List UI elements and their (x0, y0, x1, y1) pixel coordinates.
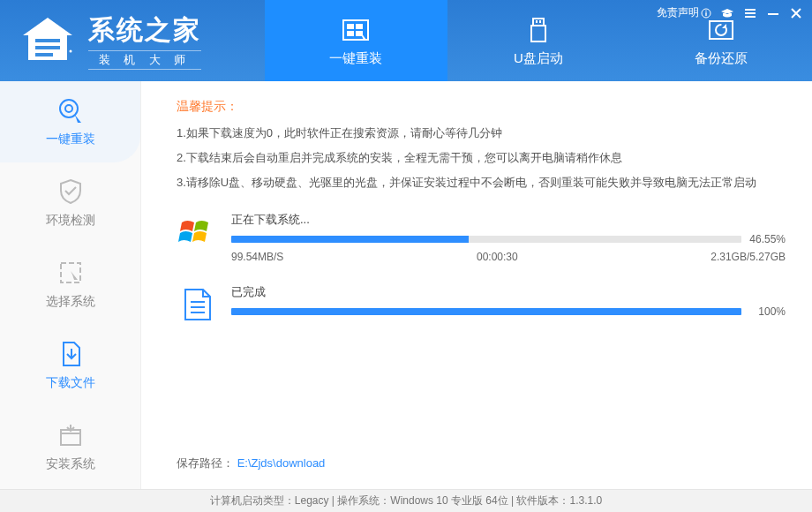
shield-check-icon (56, 177, 85, 206)
app-title: 系统之家 (88, 12, 201, 49)
svg-rect-20 (745, 12, 756, 14)
windows-cursor-icon (340, 15, 372, 47)
windows-logo-icon (177, 212, 217, 252)
header: 系统之家 装 机 大 师 一键重装 U盘启动 备份还原 免责声明 (0, 0, 812, 81)
completed-label: 已完成 (231, 284, 786, 300)
sidebar: 一键重装 环境检测 选择系统 下载文件 安装系统 (0, 81, 141, 489)
download-file-icon (56, 340, 85, 368)
hint-line: 3.请移除U盘、移动硬盘、光驱里的光盘，并保证安装过程中不会断电，否则重装可能失… (177, 175, 786, 191)
sidebar-item-download[interactable]: 下载文件 (0, 325, 140, 406)
hint-title: 温馨提示： (177, 99, 786, 115)
window-controls: 免责声明 (657, 5, 803, 20)
sidebar-item-select-system[interactable]: 选择系统 (0, 244, 140, 325)
graduation-icon[interactable] (720, 6, 734, 20)
download-speed: 99.54MB/S (231, 251, 283, 263)
document-icon (177, 284, 217, 325)
svg-rect-19 (745, 9, 756, 11)
main-content: 温馨提示： 1.如果下载速度为0，此时软件正在搜索资源，请耐心等待几分钟 2.下… (141, 81, 812, 489)
download-size: 2.31GB/5.27GB (710, 251, 786, 263)
logo-area: 系统之家 装 机 大 师 (0, 0, 265, 81)
save-path-value[interactable]: E:\Zjds\download (237, 456, 326, 470)
svg-point-4 (70, 50, 72, 53)
svg-rect-10 (533, 19, 544, 26)
body: 一键重装 环境检测 选择系统 下载文件 安装系统 温馨提示： 1.如果下载速度为… (0, 81, 812, 489)
svg-rect-22 (768, 13, 778, 15)
svg-rect-21 (745, 16, 756, 18)
close-button[interactable] (789, 6, 803, 20)
hint-line: 2.下载结束后会自动重启并完成系统的安装，全程无需干预，您可以离开电脑请稍作休息 (177, 150, 786, 166)
save-path-label: 保存路径： (177, 456, 234, 470)
svg-rect-13 (539, 20, 541, 23)
selection-icon (56, 259, 85, 287)
minimize-button[interactable] (766, 6, 780, 20)
svg-rect-11 (531, 26, 545, 41)
download-progress-bar (231, 236, 741, 243)
svg-rect-0 (35, 39, 60, 42)
install-box-icon (56, 421, 85, 449)
sidebar-item-install[interactable]: 安装系统 (0, 406, 140, 487)
sidebar-item-env-check[interactable]: 环境检测 (0, 162, 140, 244)
svg-rect-2 (35, 53, 53, 56)
svg-rect-17 (705, 12, 706, 16)
svg-point-3 (64, 53, 67, 56)
disclaimer-link[interactable]: 免责声明 (657, 5, 711, 20)
save-path-row: 保存路径： E:\Zjds\download (177, 456, 325, 471)
app-subtitle: 装 机 大 师 (88, 50, 201, 70)
svg-rect-6 (347, 24, 354, 29)
svg-rect-26 (61, 430, 80, 445)
footer-status: 计算机启动类型：Legacy | 操作系统：Windows 10 专业版 64位… (0, 489, 812, 512)
completed-progress: 已完成 100% (177, 284, 786, 325)
usb-icon (523, 15, 554, 47)
svg-rect-7 (356, 24, 363, 29)
download-progress: 正在下载系统... 46.55% 99.54MB/S 00:00:30 2.31… (177, 212, 786, 263)
tab-usb-boot[interactable]: U盘启动 (447, 0, 630, 81)
download-label: 正在下载系统... (231, 212, 786, 228)
app-logo-icon (18, 16, 78, 65)
tab-reinstall[interactable]: 一键重装 (265, 0, 447, 81)
download-percent: 46.55% (748, 233, 786, 245)
hint-line: 1.如果下载速度为0，此时软件正在搜索资源，请耐心等待几分钟 (177, 125, 786, 141)
completed-progress-bar (231, 308, 741, 315)
sidebar-item-reinstall[interactable]: 一键重装 (0, 81, 140, 162)
svg-point-23 (60, 100, 78, 117)
download-elapsed: 00:00:30 (477, 251, 518, 263)
svg-point-24 (65, 105, 72, 112)
info-icon (701, 8, 711, 19)
svg-rect-1 (35, 46, 60, 49)
target-cursor-icon (56, 96, 85, 124)
svg-rect-5 (343, 20, 368, 40)
svg-rect-8 (347, 31, 354, 36)
svg-rect-12 (536, 20, 538, 23)
menu-icon[interactable] (743, 6, 757, 20)
svg-point-18 (705, 10, 707, 11)
completed-percent: 100% (748, 305, 786, 318)
